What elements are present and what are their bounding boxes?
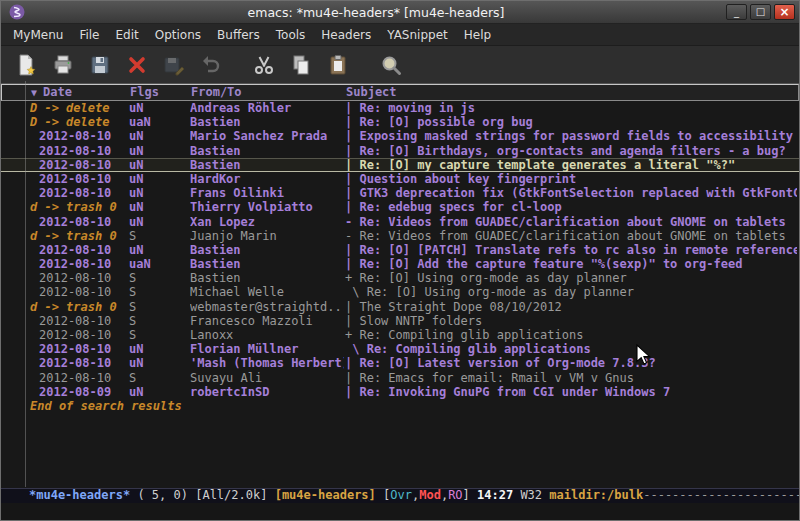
close-button[interactable]: × bbox=[774, 4, 795, 20]
message-date-or-mark: D -> delete bbox=[30, 101, 129, 115]
message-flags: uN bbox=[129, 186, 187, 200]
message-row[interactable]: 2012-08-10 S Suvayu Ali | Re: Emacs for … bbox=[1, 371, 799, 385]
message-row[interactable]: 2012-08-10 uN Bastien | Re: [O] my captu… bbox=[1, 158, 799, 172]
column-headers: ▼Date Flgs From/To Subject bbox=[1, 84, 799, 101]
message-row[interactable]: d -> trash 0 S webmaster@straightd... | … bbox=[1, 300, 799, 314]
column-header-subject[interactable]: Subject bbox=[346, 85, 397, 100]
message-row[interactable]: 2012-08-10 uN Florian Müllner \ Re: Comp… bbox=[1, 342, 799, 356]
message-row[interactable]: 2012-08-09 uN robertcInSD | Re: Invoking… bbox=[1, 385, 799, 399]
end-of-search-text: End of search results bbox=[1, 399, 799, 413]
modeline-segment: ( 5, 0) bbox=[130, 488, 195, 502]
message-from: Michael Welle bbox=[190, 285, 344, 299]
message-row[interactable]: 2012-08-10 S Michael Welle \ Re: [O] Usi… bbox=[1, 285, 799, 299]
sort-descending-icon: ▼ bbox=[31, 87, 37, 98]
modeline-segment: [mu4e-headers] bbox=[275, 488, 383, 502]
message-flags: S bbox=[129, 285, 187, 299]
message-row[interactable]: 2012-08-10 uN Mario Sanchez Prada | Expo… bbox=[1, 129, 799, 143]
message-subject: | Question about key fingerprint bbox=[345, 172, 797, 186]
titlebar[interactable]: emacs: *mu4e-headers* [mu4e-headers] _ □… bbox=[1, 1, 799, 24]
message-row[interactable]: 2012-08-10 S Bastien + Re: [O] Using org… bbox=[1, 271, 799, 285]
message-date-or-mark: 2012-08-10 bbox=[39, 186, 129, 200]
save-icon[interactable] bbox=[87, 52, 113, 78]
message-date-or-mark: 2012-08-10 bbox=[39, 158, 129, 172]
message-subject: | Re: [O] Birthdays, org-contacts and ag… bbox=[345, 144, 797, 158]
message-flags: uN bbox=[129, 385, 187, 399]
message-subject: | Re: moving in js bbox=[345, 101, 797, 115]
message-date-or-mark: 2012-08-10 bbox=[39, 215, 129, 229]
message-subject: | Re: [O] Latest version of Org-mode 7.8… bbox=[345, 356, 797, 370]
message-subject: + Re: Compiling glib applications bbox=[345, 328, 797, 342]
undo-icon bbox=[198, 52, 224, 78]
menu-file[interactable]: File bbox=[71, 26, 107, 44]
message-row[interactable]: D -> delete uN Andreas Röhler | Re: movi… bbox=[1, 101, 799, 115]
message-row[interactable]: 2012-08-10 uN Frans Oilinki | GTK3 depre… bbox=[1, 186, 799, 200]
message-flags: uN bbox=[129, 144, 187, 158]
message-flags: S bbox=[129, 328, 187, 342]
headers-buffer: ▼Date Flgs From/To Subject D -> delete u… bbox=[1, 84, 799, 488]
message-subject: | Re: edebug specs for cl-loop bbox=[345, 200, 797, 214]
message-from: Thierry Volpiatto bbox=[190, 200, 344, 214]
message-flags: uN bbox=[129, 101, 187, 115]
message-row[interactable]: 2012-08-10 uN Xan Lopez - Re: Videos fro… bbox=[1, 215, 799, 229]
menu-edit[interactable]: Edit bbox=[108, 26, 147, 44]
message-from: robertcInSD bbox=[190, 385, 344, 399]
message-date-or-mark: 2012-08-10 bbox=[39, 271, 129, 285]
modeline-segment: W32 bbox=[513, 488, 549, 502]
modeline-segment: [All/2.0k] bbox=[195, 488, 274, 502]
message-row[interactable]: 2012-08-10 uN Bastien | Re: [O] [PATCH] … bbox=[1, 243, 799, 257]
modeline-segment: 14:27 bbox=[477, 488, 513, 502]
message-row[interactable]: 2012-08-10 uN HardKor | Question about k… bbox=[1, 172, 799, 186]
message-row[interactable]: 2012-08-10 uN 'Mash (Thomas Herbert) | R… bbox=[1, 356, 799, 370]
menu-headers[interactable]: Headers bbox=[313, 26, 379, 44]
message-from: Bastien bbox=[190, 144, 344, 158]
cut-icon[interactable] bbox=[251, 52, 277, 78]
message-row[interactable]: 2012-08-10 S Francesco Mazzoli | Slow NN… bbox=[1, 314, 799, 328]
message-flags: uaN bbox=[129, 257, 187, 271]
message-subject: | Re: [O] [PATCH] Translate refs to rc a… bbox=[345, 243, 797, 257]
message-flags: S bbox=[129, 229, 187, 243]
message-date-or-mark: 2012-08-10 bbox=[39, 371, 129, 385]
message-flags: S bbox=[129, 271, 187, 285]
message-date-or-mark: 2012-08-10 bbox=[39, 257, 129, 271]
message-flags: uN bbox=[129, 172, 187, 186]
menu-yasnippet[interactable]: YASnippet bbox=[379, 26, 456, 44]
message-flags: uN bbox=[129, 342, 187, 356]
menu-options[interactable]: Options bbox=[147, 26, 209, 44]
message-flags: uN bbox=[129, 243, 187, 257]
column-header-flags[interactable]: Flgs bbox=[130, 85, 159, 100]
column-label-date: Date bbox=[43, 85, 72, 99]
menu-mymenu[interactable]: MyMenu bbox=[5, 26, 71, 44]
message-row[interactable]: 2012-08-10 uN Bastien | Re: [O] Birthday… bbox=[1, 144, 799, 158]
menu-tools[interactable]: Tools bbox=[268, 26, 314, 44]
menu-buffers[interactable]: Buffers bbox=[209, 26, 268, 44]
copy-icon[interactable] bbox=[288, 52, 314, 78]
window-title: emacs: *mu4e-headers* [mu4e-headers] bbox=[29, 5, 723, 20]
search-icon[interactable] bbox=[378, 52, 404, 78]
column-header-from-to[interactable]: From/To bbox=[191, 85, 242, 100]
mode-line[interactable]: *mu4e-headers* ( 5, 0) [All/2.0k] [mu4e-… bbox=[1, 488, 799, 503]
message-from: Mario Sanchez Prada bbox=[190, 129, 344, 143]
new-file-icon[interactable] bbox=[13, 52, 39, 78]
modeline-segment: *mu4e-headers* bbox=[29, 488, 130, 502]
print-icon[interactable] bbox=[50, 52, 76, 78]
column-header-date[interactable]: ▼Date bbox=[31, 85, 72, 100]
message-row[interactable]: 2012-08-10 uaN Bastien | Re: [O] Add the… bbox=[1, 257, 799, 271]
message-row[interactable]: 2012-08-10 S Lanoxx + Re: Compiling glib… bbox=[1, 328, 799, 342]
message-subject: | Re: [O] possible org bug bbox=[345, 115, 797, 129]
message-row[interactable]: d -> trash 0 S Juanjo Marin - Re: Videos… bbox=[1, 229, 799, 243]
menu-help[interactable]: Help bbox=[456, 26, 499, 44]
echo-area[interactable] bbox=[1, 503, 799, 520]
paste-icon[interactable] bbox=[325, 52, 351, 78]
message-subject: | Re: Invoking GnuPG from CGI under Wind… bbox=[345, 385, 797, 399]
message-row[interactable]: D -> delete uaN Bastien | Re: [O] possib… bbox=[1, 115, 799, 129]
maximize-button[interactable]: □ bbox=[750, 4, 771, 20]
message-row[interactable]: d -> trash 0 uN Thierry Volpiatto | Re: … bbox=[1, 200, 799, 214]
message-date-or-mark: 2012-08-10 bbox=[39, 314, 129, 328]
message-from: Florian Müllner bbox=[190, 342, 344, 356]
message-subject: | GTK3 deprecation fix (GtkFontSelection… bbox=[345, 186, 797, 200]
message-date-or-mark: 2012-08-09 bbox=[39, 385, 129, 399]
message-date-or-mark: 2012-08-10 bbox=[39, 243, 129, 257]
kill-buffer-icon[interactable] bbox=[124, 52, 150, 78]
message-date-or-mark: d -> trash 0 bbox=[30, 200, 129, 214]
minimize-button[interactable]: _ bbox=[726, 4, 747, 20]
